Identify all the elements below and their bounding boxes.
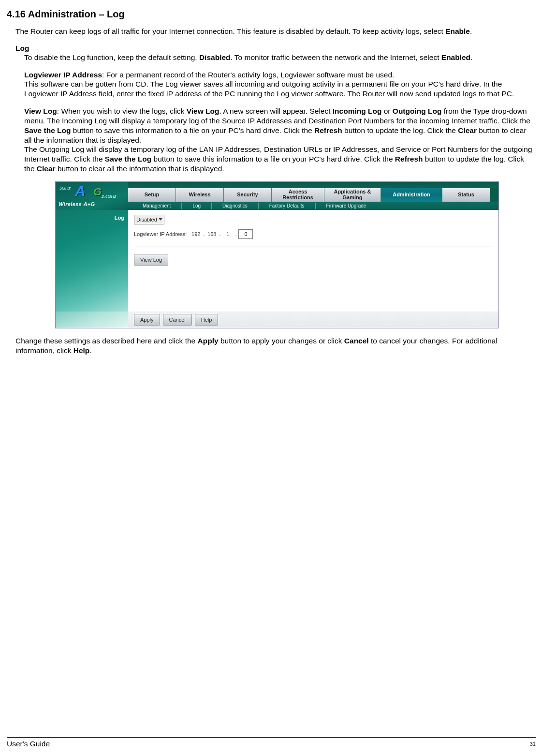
router-logo: 5GHz A G 2.4GHz Wireless A+G <box>56 182 128 210</box>
text-bold: Apply <box>198 337 219 345</box>
log-enable-select[interactable]: Disabled <box>134 215 164 224</box>
tab-administration[interactable]: Administration <box>381 188 442 201</box>
logviewer-paragraph: Logviewer IP Address: For a permanent re… <box>24 70 536 99</box>
page-number: 31 <box>530 740 536 748</box>
text-bold: Logviewer IP Address <box>24 71 102 79</box>
text-bold: Clear <box>458 126 477 134</box>
sub-tab-row: Management Log Diagnostics Factory Defau… <box>128 202 498 210</box>
router-footer-side <box>56 311 128 328</box>
text: . To monitor traffic between the network… <box>231 53 441 61</box>
help-button[interactable]: Help <box>195 314 219 326</box>
logo-g: G <box>93 186 102 198</box>
ip-octet-2: 168 <box>206 231 217 237</box>
text: : For a permanent record of the Router's… <box>102 71 394 79</box>
text: . <box>470 53 472 61</box>
ip-dot: . <box>233 231 238 237</box>
text-bold: Refresh <box>395 155 423 163</box>
text-bold: View Log <box>187 107 219 115</box>
text: button to save this information to a fil… <box>71 126 314 134</box>
ip-octet-3: 1 <box>222 231 233 237</box>
tab-status[interactable]: Status <box>442 188 490 201</box>
logviewer-ip-label: Logviewer IP Address: <box>134 231 187 237</box>
text-bold: Disabled <box>199 53 231 61</box>
text-bold: Enable <box>445 27 470 35</box>
logo-wireless-ag: Wireless A+G <box>59 201 95 207</box>
intro-paragraph: The Router can keep logs of all traffic … <box>15 27 536 36</box>
router-body: Log Disabled Logviewer IP Address: 192.1… <box>56 210 498 311</box>
text-bold: Save the Log <box>24 126 71 134</box>
tab-security[interactable]: Security <box>224 188 272 201</box>
text: button to save this information to a fil… <box>151 155 395 163</box>
text: button to update the log. Click the <box>342 126 458 134</box>
sidebar-label: Log <box>115 215 124 221</box>
ip-dot: . <box>201 231 206 237</box>
text: This software can be gotten from CD. The… <box>24 80 514 98</box>
ip-octet-4-input[interactable] <box>238 229 253 239</box>
ip-dot: . <box>217 231 222 237</box>
text: . <box>470 27 472 35</box>
cancel-button[interactable]: Cancel <box>163 314 192 326</box>
view-log-button[interactable]: View Log <box>134 254 168 266</box>
tab-setup[interactable]: Setup <box>128 188 176 201</box>
router-footer-buttons: Apply Cancel Help <box>128 311 498 328</box>
ip-octet-1: 192 <box>190 231 201 237</box>
text-bold: Refresh <box>314 126 342 134</box>
text-bold: Outgoing Log <box>393 107 442 115</box>
footer-guide-label: User's Guide <box>7 740 50 748</box>
text: or <box>381 107 392 115</box>
router-sidebar: Log <box>56 210 128 311</box>
router-screenshot: 5GHz A G 2.4GHz Wireless A+G Setup Wirel… <box>55 181 536 328</box>
text: : When you wish to view the logs, click <box>57 107 187 115</box>
tab-wireless[interactable]: Wireless <box>176 188 224 201</box>
logo-24ghz: 2.4GHz <box>102 194 117 199</box>
subtab-factory-defaults[interactable]: Factory Defaults <box>259 203 316 209</box>
text: The Router can keep logs of all traffic … <box>15 27 445 35</box>
router-window: 5GHz A G 2.4GHz Wireless A+G Setup Wirel… <box>55 181 499 328</box>
logviewer-ip-row: Logviewer IP Address: 192.168.1. <box>134 229 493 239</box>
text-bold: Cancel <box>344 337 369 345</box>
text: To disable the Log function, keep the de… <box>24 53 199 61</box>
router-header: 5GHz A G 2.4GHz Wireless A+G Setup Wirel… <box>56 182 498 210</box>
page-footer: User's Guide 31 <box>7 737 536 748</box>
main-tab-row: Setup Wireless Security Access Restricti… <box>128 188 498 201</box>
section-heading: 4.16 Administration – Log <box>7 9 536 20</box>
router-main-panel: Disabled Logviewer IP Address: 192.168.1… <box>128 210 498 311</box>
log-disable-paragraph: To disable the Log function, keep the de… <box>24 53 536 62</box>
text-bold: View Log <box>24 107 57 115</box>
router-nav: Setup Wireless Security Access Restricti… <box>128 182 498 210</box>
subtab-diagnostics[interactable]: Diagnostics <box>212 203 259 209</box>
text-bold: Enabled <box>441 53 470 61</box>
text-bold: Save the Log <box>105 155 151 163</box>
tab-applications-gaming[interactable]: Applications & Gaming <box>324 188 381 201</box>
logo-5ghz: 5GHz <box>59 186 71 191</box>
logo-a: A <box>75 183 86 199</box>
router-footer: Apply Cancel Help <box>56 311 498 328</box>
tab-access-restrictions[interactable]: Access Restrictions <box>272 188 324 201</box>
text: Change these settings as described here … <box>15 337 198 345</box>
subtab-firmware-upgrade[interactable]: Firmware Upgrade <box>316 203 377 209</box>
text: button to apply your changes or click <box>219 337 344 345</box>
text: . <box>89 346 91 355</box>
apply-button[interactable]: Apply <box>134 314 160 326</box>
text: . A new screen will appear. Select <box>219 107 332 115</box>
closing-paragraph: Change these settings as described here … <box>15 336 536 356</box>
log-subheading: Log <box>15 44 536 53</box>
divider <box>134 247 493 247</box>
subtab-log[interactable]: Log <box>182 203 212 209</box>
text-bold: Incoming Log <box>333 107 382 115</box>
viewlog-paragraph: View Log: When you wish to view the logs… <box>24 106 536 174</box>
subtab-management[interactable]: Management <box>132 203 182 209</box>
text: button to clear all the information that… <box>56 164 224 173</box>
text-bold: Clear <box>37 164 56 173</box>
text-bold: Help <box>73 346 90 355</box>
